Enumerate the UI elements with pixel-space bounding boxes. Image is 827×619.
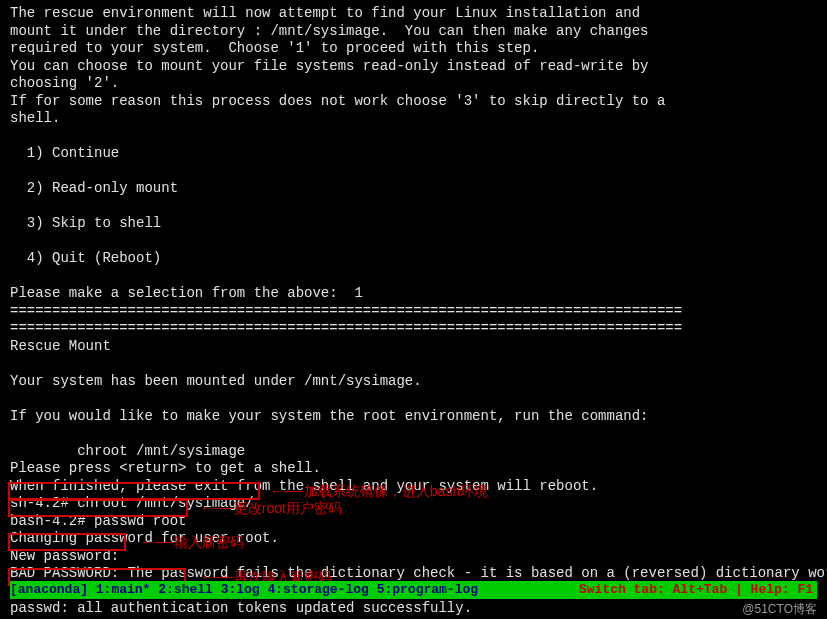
blank-line	[10, 268, 817, 286]
option-continue[interactable]: 1) Continue	[10, 145, 817, 163]
changing-pwd: Changing password for user root.	[10, 530, 817, 548]
annotation-passwd: ←──更改root用户密码	[200, 500, 342, 518]
option-readonly[interactable]: 2) Read-only mount	[10, 180, 817, 198]
root-env-msg: If you would like to make your system th…	[10, 408, 817, 426]
intro-line: shell.	[10, 110, 817, 128]
press-return: Please press <return> to get a shell.	[10, 460, 817, 478]
intro-line: mount it under the directory : /mnt/sysi…	[10, 23, 817, 41]
annotation-chroot: ←──加载系统镜像，进入bash环境	[270, 483, 488, 501]
intro-line: The rescue environment will now attempt …	[10, 5, 817, 23]
new-password[interactable]: New password:	[10, 548, 817, 566]
status-bar: [anaconda] 1:main* 2:shell 3:log 4:stora…	[10, 581, 817, 599]
blank-line	[10, 128, 817, 146]
status-help: Switch tab: Alt+Tab | Help: F1	[579, 582, 817, 598]
watermark: @51CTO博客	[742, 602, 817, 617]
option-skip[interactable]: 3) Skip to shell	[10, 215, 817, 233]
intro-line: required to your system. Choose '1' to p…	[10, 40, 817, 58]
blank-line	[10, 163, 817, 181]
shell-passwd[interactable]: bash-4.2# passwd root	[10, 513, 817, 531]
intro-line: If for some reason this process does not…	[10, 93, 817, 111]
blank-line	[10, 390, 817, 408]
selection-prompt[interactable]: Please make a selection from the above: …	[10, 285, 817, 303]
separator: ========================================…	[10, 303, 817, 321]
blank-line	[10, 233, 817, 251]
rescue-title: Rescue Mount	[10, 338, 817, 356]
passwd-success: passwd: all authentication tokens update…	[10, 600, 817, 618]
blank-line	[10, 425, 817, 443]
separator: ========================================…	[10, 320, 817, 338]
annotation-newpwd: ←──输入新密码	[140, 534, 244, 552]
blank-line	[10, 355, 817, 373]
status-tabs[interactable]: [anaconda] 1:main* 2:shell 3:log 4:stora…	[10, 582, 478, 597]
intro-line: choosing '2'.	[10, 75, 817, 93]
mounted-msg: Your system has been mounted under /mnt/…	[10, 373, 817, 391]
chroot-cmd: chroot /mnt/sysimage	[10, 443, 817, 461]
blank-line	[10, 198, 817, 216]
option-quit[interactable]: 4) Quit (Reboot)	[10, 250, 817, 268]
terminal-output: The rescue environment will now attempt …	[10, 5, 817, 619]
intro-line: You can choose to mount your file system…	[10, 58, 817, 76]
